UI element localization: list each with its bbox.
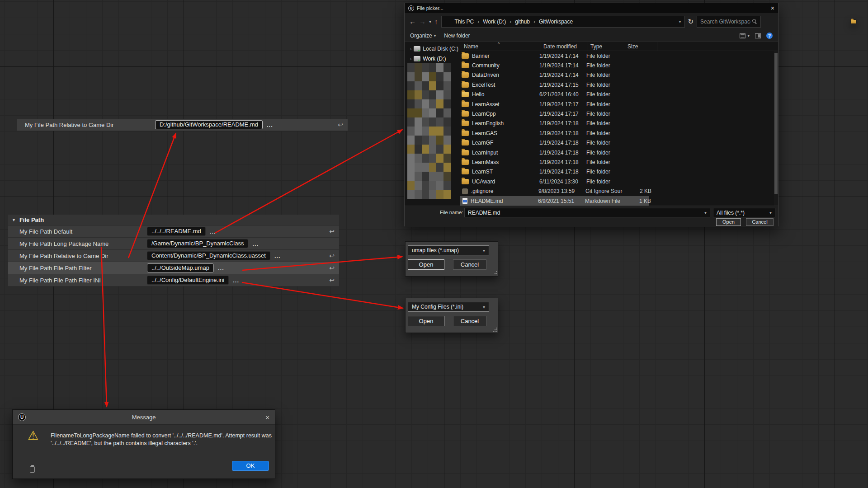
property-value-field[interactable]: ../../OutsideMap.umap bbox=[147, 263, 214, 272]
property-value-field[interactable]: ../../Config/DefaultEngine.ini bbox=[147, 276, 229, 285]
censored-pixel bbox=[436, 108, 443, 117]
file-name-value: README.md bbox=[468, 210, 500, 216]
file-row[interactable]: Community1/19/2024 17:14File folder bbox=[460, 61, 774, 70]
file-type-combobox[interactable]: All files (*.*) ▾ bbox=[713, 208, 775, 217]
censored-pixel bbox=[443, 145, 451, 154]
browse-ellipsis-button[interactable]: ... bbox=[233, 277, 239, 284]
expand-arrow-icon[interactable]: ▼ bbox=[12, 218, 16, 222]
scrollbar-thumb[interactable] bbox=[774, 53, 778, 194]
file-row[interactable]: LearnMass1/19/2024 17:18File folder bbox=[460, 157, 774, 167]
chevron-down-icon[interactable]: ▾ bbox=[483, 305, 485, 310]
file-type-filter-dropdown[interactable]: umap files (*.umap) ▾ bbox=[408, 245, 489, 255]
cancel-button[interactable]: Cancel bbox=[453, 316, 486, 326]
file-date: 6/21/2024 16:40 bbox=[539, 91, 586, 98]
view-mode-button[interactable]: ▾ bbox=[740, 33, 750, 38]
tree-item[interactable]: ›Local Disk (C:) bbox=[405, 44, 460, 54]
sort-ascending-icon: ^ bbox=[498, 42, 500, 46]
search-box[interactable] bbox=[697, 16, 761, 28]
window-title: File picker... bbox=[417, 5, 443, 11]
scrollbar[interactable] bbox=[774, 51, 778, 206]
address-chevron-icon[interactable]: ▾ bbox=[679, 19, 681, 24]
file-row[interactable]: LearnST1/19/2024 17:18File folder bbox=[460, 167, 774, 177]
cancel-button[interactable]: Cancel bbox=[746, 218, 774, 226]
cancel-button[interactable]: Cancel bbox=[453, 259, 486, 270]
revert-to-default-icon[interactable]: ↩ bbox=[329, 264, 335, 272]
file-row[interactable]: LearnInput1/19/2024 17:18File folder bbox=[460, 148, 774, 157]
tree-item[interactable]: ›Work (D:) bbox=[405, 54, 460, 64]
file-row[interactable]: DataDriven1/19/2024 17:14File folder bbox=[460, 70, 774, 80]
browse-ellipsis-button[interactable]: ... bbox=[218, 265, 224, 272]
chevron-down-icon[interactable]: ▾ bbox=[704, 210, 707, 215]
title-bar[interactable]: U File picker... × bbox=[405, 3, 778, 13]
file-name: LearnCpp bbox=[472, 111, 539, 117]
search-input[interactable] bbox=[700, 19, 750, 25]
browse-ellipsis-button[interactable]: ... bbox=[274, 253, 281, 259]
breadcrumb-item[interactable]: github bbox=[515, 19, 530, 25]
forward-icon[interactable]: → bbox=[419, 18, 426, 25]
expand-chevron-icon[interactable]: › bbox=[410, 47, 411, 52]
file-name: .gitignore bbox=[471, 188, 538, 194]
open-button[interactable]: Open bbox=[716, 218, 741, 226]
file-row[interactable]: UCAward6/11/2024 13:30File folder bbox=[460, 177, 774, 186]
open-button[interactable]: Open bbox=[408, 316, 444, 326]
file-row[interactable]: .gitignore9/8/2023 13:59Git Ignore Sourc… bbox=[460, 186, 774, 196]
file-row[interactable]: LearnEnglish1/19/2024 17:18File folder bbox=[460, 119, 774, 128]
recent-locations-chevron-icon[interactable]: ▾ bbox=[429, 19, 431, 24]
browse-ellipsis-button[interactable]: ... bbox=[267, 122, 273, 128]
resize-grip[interactable] bbox=[492, 271, 497, 275]
new-folder-button[interactable]: New folder bbox=[444, 33, 470, 39]
file-row[interactable]: LearnGF1/19/2024 17:18File folder bbox=[460, 138, 774, 148]
expand-chevron-icon[interactable]: › bbox=[410, 56, 411, 61]
file-row[interactable]: README.md6/9/2021 15:51Markdown File1 KB bbox=[460, 196, 774, 206]
browse-ellipsis-button[interactable]: ... bbox=[210, 228, 216, 235]
help-icon[interactable]: ? bbox=[766, 33, 773, 39]
file-path-section: ▼ File Path My File Path Default../../..… bbox=[8, 215, 339, 286]
revert-to-default-icon[interactable]: ↩ bbox=[329, 252, 335, 259]
navigation-bar: ← → ▾ ↑ This PC›Work (D:)›github›GitWork… bbox=[405, 13, 778, 30]
preview-pane-icon[interactable] bbox=[755, 33, 761, 38]
column-header-size[interactable]: Size bbox=[625, 42, 657, 51]
breadcrumb-item[interactable]: Work (D:) bbox=[483, 19, 506, 25]
copy-to-clipboard-icon[interactable] bbox=[30, 466, 35, 473]
back-icon[interactable]: ← bbox=[409, 18, 416, 25]
breadcrumb-item[interactable]: This PC bbox=[455, 19, 474, 25]
close-icon[interactable]: × bbox=[265, 413, 269, 421]
up-icon[interactable]: ↑ bbox=[434, 18, 438, 25]
chevron-down-icon[interactable]: ▾ bbox=[769, 210, 772, 215]
close-icon[interactable]: × bbox=[771, 5, 774, 12]
file-row[interactable]: LearnGAS1/19/2024 17:18File folder bbox=[460, 128, 774, 138]
column-header-name[interactable]: Name^ bbox=[462, 42, 541, 51]
address-bar[interactable]: This PC›Work (D:)›github›GitWorkspace ▾ bbox=[441, 16, 685, 28]
category-header[interactable]: ▼ File Path bbox=[8, 215, 339, 225]
property-value-field[interactable]: /Game/Dynamic/BP_DynamicClass bbox=[147, 239, 248, 248]
resize-grip[interactable] bbox=[492, 327, 497, 332]
file-row[interactable]: Hello6/21/2024 16:40File folder bbox=[460, 90, 774, 99]
title-bar[interactable]: Message U × bbox=[13, 410, 275, 425]
file-row[interactable]: LearnCpp1/19/2024 17:17File folder bbox=[460, 109, 774, 118]
open-button[interactable]: Open bbox=[408, 259, 444, 270]
breadcrumb-item[interactable]: GitWorkspace bbox=[539, 19, 573, 25]
organize-menu[interactable]: Organize ▾ bbox=[410, 33, 436, 39]
property-value-field[interactable]: Content/Dynamic/BP_DynamicClass.uasset bbox=[147, 251, 270, 260]
file-name-combobox[interactable]: README.md ▾ bbox=[464, 208, 710, 217]
browse-ellipsis-button[interactable]: ... bbox=[252, 240, 259, 247]
column-header-type[interactable]: Type bbox=[588, 42, 625, 51]
file-rows: Banner1/19/2024 17:14File folderCommunit… bbox=[460, 51, 774, 206]
property-value-field[interactable]: ../../../README.md bbox=[147, 227, 206, 236]
column-header-date-modified[interactable]: Date modified bbox=[541, 42, 588, 51]
censored-pixel bbox=[443, 154, 451, 163]
file-row[interactable]: LearnAsset1/19/2024 17:17File folder bbox=[460, 99, 774, 109]
file-row[interactable]: ExcelTest1/19/2024 17:15File folder bbox=[460, 80, 774, 89]
property-value-field[interactable]: D:/github/GitWorkspace/README.md bbox=[155, 120, 263, 129]
file-type-filter-dropdown[interactable]: My Config Files (*.ini) ▾ bbox=[408, 302, 489, 312]
censored-pixel bbox=[407, 172, 415, 181]
ok-button[interactable]: OK bbox=[232, 461, 269, 471]
revert-to-default-icon[interactable]: ↩ bbox=[329, 228, 335, 235]
refresh-icon[interactable]: ↻ bbox=[688, 18, 694, 26]
chevron-down-icon[interactable]: ▾ bbox=[483, 248, 485, 253]
revert-to-default-icon[interactable]: ↩ bbox=[329, 277, 335, 284]
file-date: 1/19/2024 17:17 bbox=[539, 101, 586, 108]
censored-pixel bbox=[407, 145, 415, 154]
file-row[interactable]: Banner1/19/2024 17:14File folder bbox=[460, 51, 774, 61]
revert-to-default-icon[interactable]: ↩ bbox=[338, 121, 343, 128]
